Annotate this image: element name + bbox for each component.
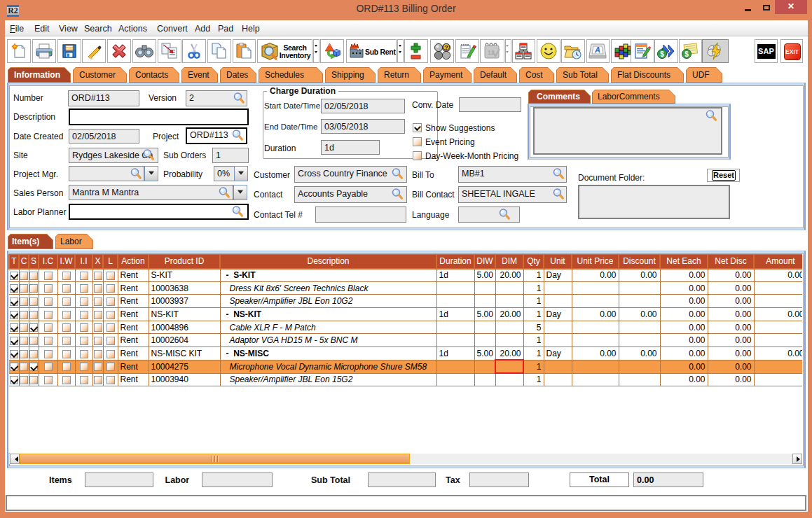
svg-text:$: $ [684, 50, 689, 58]
svg-text:A: A [594, 46, 600, 54]
svg-text:$: $ [660, 50, 664, 58]
svg-text:?: ? [444, 44, 448, 51]
